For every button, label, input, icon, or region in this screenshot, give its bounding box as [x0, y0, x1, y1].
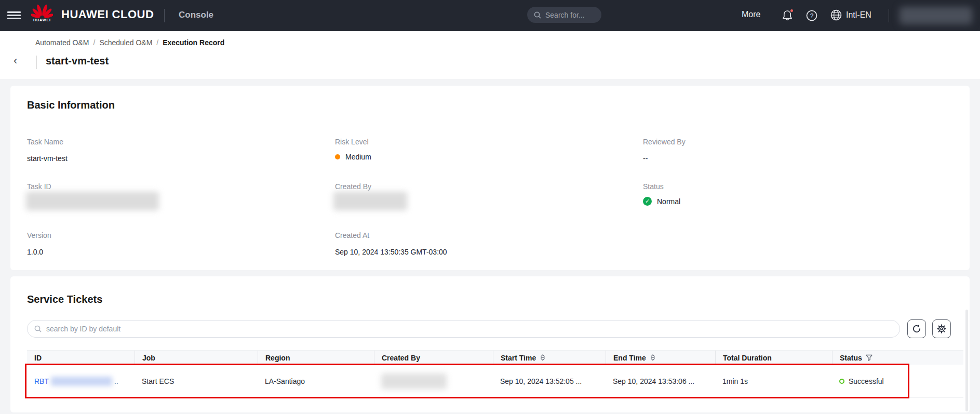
breadcrumb: Automated O&M / Scheduled O&M / Executio…: [35, 38, 224, 47]
notifications-bell-icon[interactable]: [780, 8, 795, 23]
ticket-start-time-cell: Sep 10, 2024 13:52:05 ...: [493, 365, 606, 397]
status-text: Normal: [657, 197, 680, 206]
status-label: Status: [643, 182, 664, 191]
global-search-box[interactable]: [527, 7, 601, 23]
version-label: Version: [27, 231, 51, 239]
task-name-value: start-vm-test: [27, 154, 68, 163]
ticket-id-cell[interactable]: RBT ..: [27, 365, 135, 397]
global-search-input[interactable]: [545, 11, 592, 19]
column-header-status: Status: [832, 351, 963, 365]
brand-title: HUAWEI CLOUD: [61, 8, 154, 21]
locale-switcher[interactable]: Intl-EN: [829, 8, 871, 22]
breadcrumb-automated-om[interactable]: Automated O&M: [35, 38, 89, 47]
breadcrumb-execution-record: Execution Record: [163, 38, 224, 47]
column-header-created-by: Created By: [374, 351, 493, 365]
created-at-label: Created At: [335, 231, 369, 239]
sort-icon[interactable]: [649, 354, 656, 362]
search-icon: [34, 325, 42, 333]
huawei-flower-icon: [31, 3, 53, 19]
ticket-duration-cell: 1min 1s: [715, 365, 832, 397]
ticket-status-text: Successful: [849, 377, 884, 385]
tickets-search-box[interactable]: [27, 320, 900, 338]
search-icon: [533, 11, 542, 19]
breadcrumb-separator: /: [93, 38, 96, 47]
huawei-cloud-console-screen: HUAWEI HUAWEI CLOUD Console More ?: [0, 0, 980, 414]
column-header-job: Job: [135, 351, 258, 365]
huawei-logo[interactable]: HUAWEI: [31, 3, 53, 28]
risk-medium-dot-icon: [335, 154, 340, 159]
tickets-table-header: ID Job Region Created By Start Time End …: [27, 350, 963, 365]
status-value: ✓ Normal: [643, 197, 680, 206]
created-by-redacted: [381, 373, 447, 389]
ticket-row[interactable]: RBT .. Start ECS LA-Santiago Sep 10, 202…: [27, 365, 963, 398]
column-header-start-time: Start Time: [493, 351, 606, 365]
locale-label: Intl-EN: [846, 10, 871, 20]
column-settings-button[interactable]: [932, 319, 951, 338]
service-tickets-card: Service Tickets: [10, 276, 970, 412]
refresh-button[interactable]: [907, 319, 926, 338]
notification-badge-dot: [789, 8, 794, 13]
svg-text:?: ?: [810, 12, 814, 20]
ticket-created-by-cell: [374, 365, 493, 397]
sort-icon[interactable]: [539, 354, 546, 362]
question-glyph: ?: [804, 8, 819, 23]
breadcrumb-separator: /: [156, 38, 158, 47]
more-menu[interactable]: More: [742, 10, 760, 19]
status-normal-check-icon: ✓: [643, 197, 652, 206]
back-chevron-icon[interactable]: ‹: [14, 54, 17, 68]
help-icon[interactable]: ?: [804, 8, 819, 23]
page-title: start-vm-test: [46, 55, 109, 67]
ticket-id-truncation: ..: [114, 377, 118, 385]
task-id-redacted: [26, 192, 159, 210]
basic-information-card: Basic Information Task Name start-vm-tes…: [10, 86, 970, 270]
table-scrollbar[interactable]: [965, 310, 968, 411]
ticket-id-redacted: [51, 377, 112, 386]
breadcrumb-scheduled-om[interactable]: Scheduled O&M: [99, 38, 152, 47]
column-header-total-duration: Total Duration: [715, 351, 832, 365]
top-navigation-bar: HUAWEI HUAWEI CLOUD Console More ?: [0, 0, 980, 31]
ticket-status-cell: Successful: [832, 365, 963, 397]
gear-icon: [936, 324, 947, 334]
risk-level-value: Medium: [335, 153, 371, 161]
ticket-region-cell: LA-Santiago: [258, 365, 374, 397]
page-header-area: Automated O&M / Scheduled O&M / Executio…: [0, 31, 980, 79]
huawei-logo-text: HUAWEI: [31, 18, 53, 22]
reviewed-by-label: Reviewed By: [643, 138, 686, 146]
task-id-label: Task ID: [27, 182, 51, 191]
hamburger-menu-icon[interactable]: [7, 10, 21, 21]
risk-level-text: Medium: [345, 153, 371, 161]
console-link[interactable]: Console: [179, 10, 213, 20]
service-tickets-title: Service Tickets: [27, 293, 102, 305]
account-name-redacted[interactable]: [900, 7, 972, 24]
refresh-icon: [911, 324, 922, 334]
created-at-value: Sep 10, 2024 13:50:35 GMT-03:00: [335, 248, 447, 256]
tickets-search-input[interactable]: [46, 325, 893, 333]
version-value: 1.0.0: [27, 248, 43, 256]
topbar-divider: [889, 9, 889, 22]
ticket-id-link[interactable]: RBT: [34, 377, 49, 385]
success-ring-icon: [839, 379, 844, 384]
globe-icon: [829, 8, 843, 22]
task-name-label: Task Name: [27, 138, 63, 146]
basic-information-title: Basic Information: [27, 99, 115, 111]
risk-level-label: Risk Level: [335, 138, 369, 146]
column-header-region: Region: [258, 351, 374, 365]
filter-funnel-icon[interactable]: [865, 354, 873, 362]
created-by-label: Created By: [335, 182, 371, 191]
reviewed-by-value: --: [643, 154, 648, 163]
created-by-redacted: [333, 192, 407, 210]
title-divider: [36, 56, 37, 69]
column-header-id: ID: [27, 351, 135, 365]
ticket-end-time-cell: Sep 10, 2024 13:53:06 ...: [606, 365, 715, 397]
column-header-end-time: End Time: [606, 351, 715, 365]
ticket-job-cell: Start ECS: [135, 365, 258, 397]
topbar-divider: [164, 9, 165, 22]
